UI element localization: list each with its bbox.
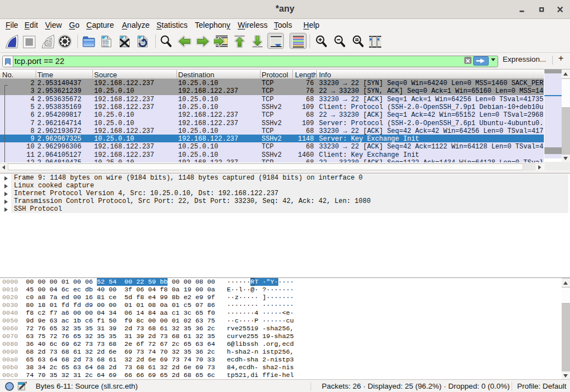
svg-text:0111: 0111 <box>102 44 109 47</box>
